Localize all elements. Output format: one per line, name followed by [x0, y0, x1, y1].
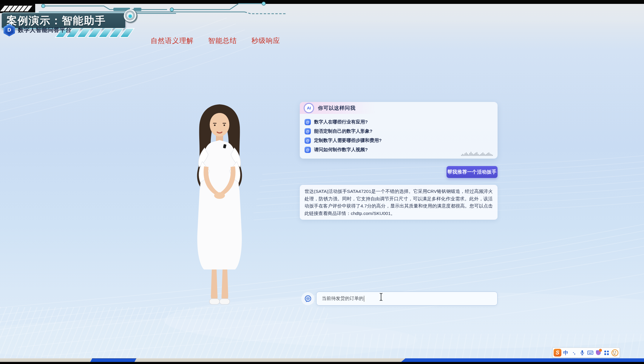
emoji-icon: [611, 349, 618, 356]
suggested-question-1[interactable]: @ 数字人在哪些行业有应用?: [305, 117, 493, 127]
ime-toolbox-button[interactable]: [603, 349, 610, 357]
platform-logo-icon: D: [4, 24, 15, 36]
toolbox-grid-icon: [604, 351, 609, 355]
user-query-bubble[interactable]: 帮我推荐一个活动扳手: [447, 166, 498, 178]
answer-card: 世达(SATA)活动扳手SATA47201是一个不错的选择。它采用CRV铬钒钢锻…: [300, 185, 498, 220]
suggested-question-text: 请问如何制作数字人视频?: [314, 147, 368, 153]
chat-bubble-icon: @: [305, 119, 311, 125]
user-query-text: 帮我推荐一个活动扳手: [447, 169, 497, 175]
feature-highlights: 自然语义理解 智能总结 秒级响应: [151, 36, 280, 45]
lens-decoration: [124, 9, 138, 23]
ime-keyboard-button[interactable]: [586, 349, 594, 357]
voice-input-button[interactable]: [301, 292, 314, 305]
bottom-blue-segment-right: [401, 358, 644, 362]
feature-fast-response: 秒级响应: [251, 36, 280, 45]
microphone-icon: [580, 350, 584, 355]
voice-waveform-icon: [304, 295, 312, 303]
ime-emoji-button[interactable]: [611, 349, 619, 357]
suggestion-panel-title: 你可以这样问我: [318, 105, 356, 111]
ime-language-toggle[interactable]: 中: [562, 349, 569, 357]
chinese-mode-icon: 中: [563, 349, 568, 356]
ibeam-mouse-cursor: [379, 293, 383, 301]
feature-summary: 智能总结: [208, 36, 237, 45]
ai-badge-icon: AI: [304, 103, 314, 113]
feature-nlu: 自然语义理解: [151, 36, 194, 45]
background-diagonal-stripes-left: [0, 307, 328, 358]
logo-letter: D: [7, 27, 11, 33]
suggested-question-3[interactable]: @ 定制数字人需要哪些步骤和费用?: [305, 136, 493, 145]
platform-brand: D 数字人智能问答平台: [4, 24, 72, 36]
ime-logo-button[interactable]: S: [554, 349, 561, 357]
chat-input-field[interactable]: 当前待发货的订单的: [316, 292, 498, 306]
digital-human-avatar: [183, 103, 257, 309]
suggestion-panel: AI 你可以这样问我 @ 数字人在哪些行业有应用? @ 能否定制自己的数字人形象…: [300, 102, 498, 159]
chat-input-value: 当前待发货的订单的: [322, 295, 364, 302]
suggested-question-2[interactable]: @ 能否定制自己的数字人形象?: [305, 127, 493, 136]
ime-skin-button[interactable]: [595, 349, 602, 357]
suggested-question-text: 数字人在哪些行业有应用?: [314, 119, 368, 125]
chat-bubble-icon: @: [305, 147, 311, 153]
suggested-question-text: 能否定制自己的数字人形象?: [314, 128, 372, 134]
keyboard-icon: [587, 351, 593, 355]
audio-waveform-icon: [461, 152, 493, 156]
answer-text: 世达(SATA)活动扳手SATA47201是一个不错的选择。它采用CRV铬钒钢锻…: [305, 188, 493, 217]
sogou-logo-icon: S: [554, 349, 561, 357]
chat-bubble-icon: @: [305, 128, 311, 134]
suggested-questions-list: @ 数字人在哪些行业有应用? @ 能否定制自己的数字人形象? @ 定制数字人需要…: [305, 117, 493, 154]
bottom-black-bar: [0, 362, 644, 364]
ime-voice-button[interactable]: [578, 349, 586, 357]
suggested-question-text: 定制数字人需要哪些步骤和费用?: [314, 137, 382, 144]
platform-name: 数字人智能问答平台: [18, 26, 72, 34]
skin-icon: [596, 350, 601, 355]
digital-human-qa-page: 案例演示：智能助手 D 数字人智能问答平台 自然语义理解 智能总结 秒级响应: [0, 0, 644, 364]
chat-bubble-icon: @: [305, 137, 311, 144]
suggestion-panel-header: AI 你可以这样问我: [300, 102, 498, 114]
ime-punctuation-toggle[interactable]: ·,: [570, 349, 577, 357]
punctuation-icon: ·,: [573, 350, 575, 355]
text-caret: [364, 296, 365, 302]
ime-toolbar: S 中 ·,: [552, 348, 620, 358]
bottom-blue-segment-left: [90, 358, 136, 362]
